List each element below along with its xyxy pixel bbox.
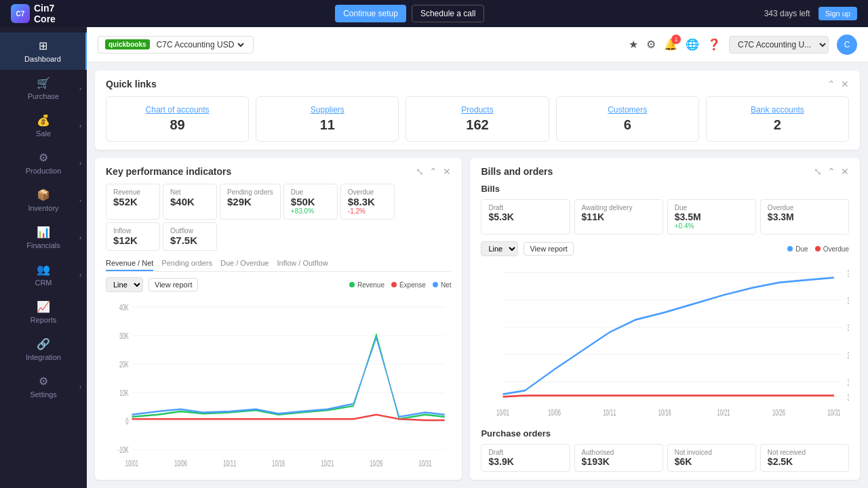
metric-value: $8.3K [348, 196, 387, 207]
quick-link-chart-of-accounts[interactable]: Chart of accounts 89 [106, 96, 249, 142]
metric-value: $7.5K [170, 235, 210, 246]
ql-value: 89 [115, 117, 240, 133]
kpi-controls: ⤡ ⌃ ✕ [416, 166, 451, 177]
sidebar-item-purchase[interactable]: 🛒 Purchase › [0, 70, 87, 107]
pm-label: Draft [488, 449, 562, 456]
tab-inflow-outflow[interactable]: Inflow / Outflow [277, 256, 328, 271]
top-bar-right: 343 days left Sign up [764, 7, 857, 20]
close-icon[interactable]: ✕ [841, 166, 849, 177]
quick-link-bank-accounts[interactable]: Bank accounts 2 [706, 96, 849, 142]
expand-arrows-icon[interactable]: ⤡ [814, 166, 822, 177]
collapse-icon[interactable]: ⌃ [429, 166, 437, 177]
svg-text:3.4M: 3.4M [848, 378, 849, 388]
notification-icon[interactable]: 🔔 1 [664, 38, 677, 51]
kpi-view-report-button[interactable]: View report [149, 278, 198, 291]
bills-chart-type-select[interactable]: Line [481, 241, 518, 256]
svg-text:3.4M: 3.4M [848, 350, 849, 360]
app-logo: C7 [11, 4, 30, 23]
avatar[interactable]: C [837, 35, 857, 55]
tab-pending-orders[interactable]: Pending orders [161, 256, 212, 271]
svg-text:10/21: 10/21 [717, 407, 730, 418]
pm-value: $193K [582, 456, 656, 467]
metric-label: Inflow [113, 227, 153, 235]
sidebar-item-crm[interactable]: 👥 CRM › [0, 256, 87, 293]
expand-arrows-icon[interactable]: ⤡ [416, 166, 424, 177]
bm-label: Due [675, 204, 749, 211]
kpi-metric-outflow: Outflow $7.5K [163, 222, 217, 251]
kpi-card: Key performance indicators ⤡ ⌃ ✕ Revenue… [95, 158, 462, 480]
sale-icon: 💰 [37, 114, 50, 127]
expand-icon[interactable]: ⌃ [827, 79, 835, 89]
settings-gear-icon[interactable]: ⚙ [646, 38, 656, 51]
sidebar-item-dashboard[interactable]: ⊞ Dashboard [0, 33, 87, 70]
legend-dot [391, 282, 397, 287]
kpi-metric-net: Net $40K [163, 184, 217, 220]
chevron-icon: › [79, 85, 81, 92]
metric-value: $29K [227, 196, 273, 207]
qb-account-select[interactable]: C7C Accounting USD [154, 39, 246, 50]
purchase-metric-authorised: Authorised $193K [574, 444, 663, 472]
kpi-chart-area: 40K 30K 20K 10K 0 -10K 10/01 10/06 10/11… [106, 296, 451, 472]
chevron-icon: › [79, 272, 81, 279]
continue-setup-button[interactable]: Continue setup [335, 5, 406, 22]
quick-link-suppliers[interactable]: Suppliers 11 [256, 96, 399, 142]
svg-text:20K: 20K [119, 359, 129, 369]
purchase-orders-section: Purchase orders Draft $3.9K Authorised $… [481, 428, 849, 472]
help-icon[interactable]: ❓ [707, 38, 721, 51]
chevron-icon: › [79, 160, 81, 167]
sidebar-item-settings[interactable]: ⚙ Settings › [0, 368, 87, 405]
svg-text:10K: 10K [119, 388, 129, 398]
notification-badge: 1 [671, 35, 681, 44]
sidebar-item-label: Financials [26, 241, 60, 249]
quick-links-grid: Chart of accounts 89 Suppliers 11 Produc… [106, 96, 849, 142]
tab-revenue-net[interactable]: Revenue / Net [106, 256, 153, 271]
kpi-chart-svg: 40K 30K 20K 10K 0 -10K 10/01 10/06 10/11… [106, 296, 451, 472]
legend-label: Overdue [823, 245, 849, 253]
legend-label: Expense [399, 281, 426, 289]
quickbooks-connect[interactable]: quickbooks C7C Accounting USD [98, 36, 254, 54]
dashboard-icon: ⊞ [39, 39, 47, 52]
inventory-icon: 📦 [37, 188, 50, 201]
bill-metric-overdue: Overdue $3.3M [760, 199, 849, 235]
sidebar-item-sale[interactable]: 💰 Sale › [0, 107, 87, 144]
schedule-call-button[interactable]: Schedule a call [412, 5, 484, 22]
bills-section-title: Bills [481, 184, 849, 194]
bills-chart-controls: Line View report Due Overdue [481, 241, 849, 256]
sidebar-item-financials[interactable]: 📊 Financials › [0, 219, 87, 256]
close-icon[interactable]: ✕ [443, 166, 451, 177]
chevron-icon: › [79, 384, 81, 390]
collapse-icon[interactable]: ⌃ [827, 166, 835, 177]
header-icons: ★ ⚙ 🔔 1 🌐 ❓ C7C Accounting U... C [629, 35, 857, 55]
ql-label: Suppliers [264, 105, 390, 115]
days-left-label: 343 days left [764, 9, 810, 18]
signup-button[interactable]: Sign up [818, 7, 857, 20]
sidebar-item-label: Settings [30, 390, 57, 399]
production-icon: ⚙ [39, 151, 48, 164]
quick-links-card: Quick links ⌃ ✕ Chart of accounts 89 Sup… [95, 70, 860, 150]
bm-value: $3.3M [768, 211, 842, 222]
bills-view-report-button[interactable]: View report [524, 242, 573, 256]
svg-text:3.6M: 3.6M [848, 268, 849, 279]
star-icon[interactable]: ★ [629, 38, 638, 51]
kpi-metric-overdue: Overdue $8.3K -1.2% [340, 184, 395, 220]
quick-link-customers[interactable]: Customers 6 [556, 96, 699, 142]
sidebar-item-inventory[interactable]: 📦 Inventory › [0, 182, 87, 219]
card-header: Quick links ⌃ ✕ [106, 79, 849, 89]
kpi-chart-type-select[interactable]: Line [106, 277, 143, 292]
legend-revenue: Revenue [349, 281, 384, 289]
sidebar-item-reports[interactable]: 📈 Reports [0, 293, 87, 331]
sidebar-item-integration[interactable]: 🔗 Integration [0, 331, 87, 368]
pm-label: Not received [768, 449, 842, 456]
integration-icon: 🔗 [37, 338, 50, 350]
svg-text:10/16: 10/16 [658, 407, 671, 418]
close-icon[interactable]: ✕ [841, 79, 849, 89]
svg-text:10/11: 10/11 [223, 458, 236, 468]
quick-link-products[interactable]: Products 162 [406, 96, 549, 142]
tab-due-overdue[interactable]: Due / Overdue [220, 256, 269, 271]
bm-label: Awaiting delivery [582, 204, 656, 211]
sidebar-item-production[interactable]: ⚙ Production › [0, 144, 87, 182]
kpi-chart-controls: Line View report Revenue Expense [106, 277, 451, 292]
org-select[interactable]: C7C Accounting U... [729, 36, 829, 54]
globe-icon[interactable]: 🌐 [686, 38, 699, 51]
top-bar-buttons: Continue setup Schedule a call [335, 5, 484, 22]
